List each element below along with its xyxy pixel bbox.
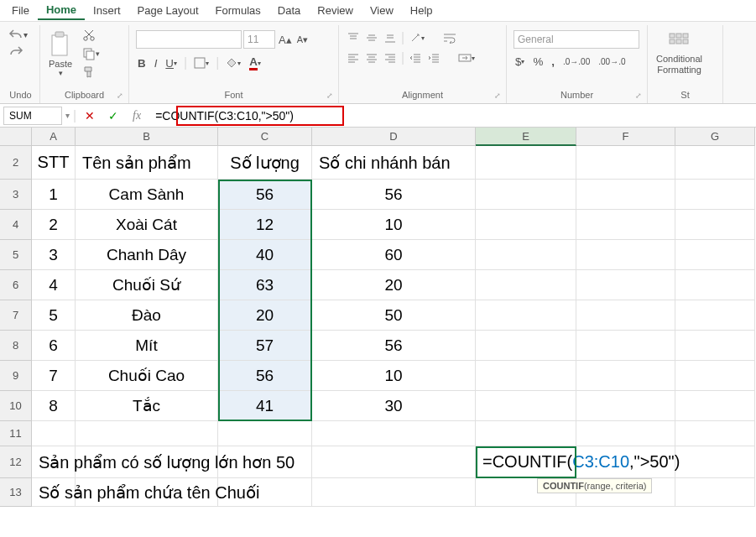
align-center-button[interactable] (364, 50, 379, 65)
row-header-2[interactable]: 2 (0, 146, 32, 180)
cell-a7[interactable]: 5 (32, 300, 76, 331)
cell-e7[interactable] (476, 300, 576, 331)
cell-e4[interactable] (476, 210, 576, 240)
currency-button[interactable]: $▾ (514, 54, 526, 70)
cell-c11[interactable] (218, 421, 312, 446)
cell-a9[interactable]: 7 (32, 361, 76, 391)
cell-g4[interactable] (675, 210, 755, 240)
cell-e5[interactable] (476, 240, 576, 270)
row-header-6[interactable]: 6 (0, 270, 32, 300)
row-header-12[interactable]: 12 (0, 446, 32, 478)
formula-enter-button[interactable]: ✓ (103, 107, 123, 125)
cell-d4[interactable]: 10 (312, 210, 476, 240)
cell-d12[interactable] (312, 446, 476, 478)
cell-a5[interactable]: 3 (32, 240, 76, 270)
cell-e11[interactable] (476, 421, 576, 446)
cell-d7[interactable]: 50 (312, 300, 476, 331)
paste-button[interactable]: Paste ▾ (44, 27, 77, 81)
border-button[interactable]: ▾ (192, 55, 211, 70)
row-header-11[interactable]: 11 (0, 421, 32, 446)
font-color-button[interactable]: A▾ (248, 54, 263, 72)
cell-d10[interactable]: 30 (312, 391, 476, 421)
decrease-decimal-button[interactable]: .00→.0 (597, 55, 627, 68)
cell-g5[interactable] (675, 240, 755, 270)
column-header-d[interactable]: D (312, 128, 476, 146)
column-header-b[interactable]: B (76, 128, 218, 146)
cell-a6[interactable]: 4 (32, 270, 76, 300)
menu-view[interactable]: View (362, 2, 402, 19)
cell-b8[interactable]: Mít (76, 331, 218, 361)
menu-help[interactable]: Help (402, 2, 441, 19)
decrease-indent-button[interactable] (408, 50, 423, 65)
fill-color-button[interactable]: ▾ (224, 55, 242, 70)
cell-a12[interactable]: Sản phẩm có số lượng lớn hơn 50 (32, 446, 76, 478)
cell-a10[interactable]: 8 (32, 391, 76, 421)
decrease-font-button[interactable]: A▾ (295, 33, 310, 47)
align-left-button[interactable] (346, 50, 361, 65)
menu-insert[interactable]: Insert (85, 2, 129, 19)
merge-button[interactable]: ▾ (456, 50, 477, 65)
cell-g9[interactable] (675, 361, 755, 391)
cell-a3[interactable]: 1 (32, 180, 76, 210)
cell-f5[interactable] (576, 240, 675, 270)
cell-c6[interactable]: 63 (218, 270, 312, 300)
font-name-select[interactable] (136, 30, 242, 49)
cell-e3[interactable] (476, 180, 576, 210)
cell-f9[interactable] (576, 361, 675, 391)
column-header-f[interactable]: F (576, 128, 675, 146)
cell-g6[interactable] (675, 270, 755, 300)
align-right-button[interactable] (383, 50, 398, 65)
conditional-formatting-button[interactable]: Conditional Formatting (651, 27, 707, 79)
row-header-7[interactable]: 7 (0, 300, 32, 331)
increase-font-button[interactable]: A▴ (277, 32, 294, 48)
font-size-select[interactable] (243, 30, 275, 49)
cell-d8[interactable]: 56 (312, 331, 476, 361)
cell-d13[interactable] (312, 478, 476, 507)
cell-b6[interactable]: Chuối Sứ (76, 270, 218, 300)
cell-b9[interactable]: Chuối Cao (76, 361, 218, 391)
align-top-button[interactable] (346, 30, 361, 45)
menu-review[interactable]: Review (309, 2, 362, 19)
cell-f11[interactable] (576, 421, 675, 446)
cell-d11[interactable] (312, 421, 476, 446)
alignment-launcher[interactable]: ⤢ (494, 91, 501, 100)
italic-button[interactable]: I (153, 55, 159, 71)
cell-c7[interactable]: 20 (218, 300, 312, 331)
increase-decimal-button[interactable]: .0→.00 (561, 55, 592, 68)
cell-g12[interactable] (675, 446, 755, 478)
increase-indent-button[interactable] (426, 50, 441, 65)
row-header-5[interactable]: 5 (0, 240, 32, 270)
row-header-4[interactable]: 4 (0, 210, 32, 240)
cell-a13[interactable]: Số sản phẩm chứa tên Chuối (32, 478, 76, 507)
cell-d9[interactable]: 10 (312, 361, 476, 391)
cell-g7[interactable] (675, 300, 755, 331)
redo-button[interactable] (7, 44, 29, 59)
cell-e8[interactable] (476, 331, 576, 361)
percent-button[interactable]: % (531, 54, 545, 70)
undo-button[interactable]: ▾ (7, 27, 29, 42)
select-all-corner[interactable] (0, 128, 32, 146)
menu-home[interactable]: Home (38, 1, 85, 20)
column-header-c[interactable]: C (218, 128, 312, 146)
clipboard-launcher[interactable]: ⤢ (117, 91, 123, 100)
menu-data[interactable]: Data (269, 2, 309, 19)
wrap-text-button[interactable] (441, 30, 458, 45)
cell-c3[interactable]: 56 (218, 180, 312, 210)
column-header-g[interactable]: G (675, 128, 755, 146)
cell-c10[interactable]: 41 (218, 391, 312, 421)
cell-b5[interactable]: Chanh Dây (76, 240, 218, 270)
cell-d5[interactable]: 60 (312, 240, 476, 270)
cell-f7[interactable] (576, 300, 675, 331)
comma-button[interactable]: , (550, 54, 556, 70)
number-launcher[interactable]: ⤢ (635, 91, 642, 100)
align-bottom-button[interactable] (383, 30, 398, 45)
cell-f6[interactable] (576, 270, 675, 300)
name-box[interactable] (3, 107, 62, 125)
font-launcher[interactable]: ⤢ (326, 91, 333, 100)
cell-g8[interactable] (675, 331, 755, 361)
cell-g10[interactable] (675, 391, 755, 421)
cell-c5[interactable]: 40 (218, 240, 312, 270)
cell-c4[interactable]: 12 (218, 210, 312, 240)
cell-f10[interactable] (576, 391, 675, 421)
cell-f3[interactable] (576, 180, 675, 210)
